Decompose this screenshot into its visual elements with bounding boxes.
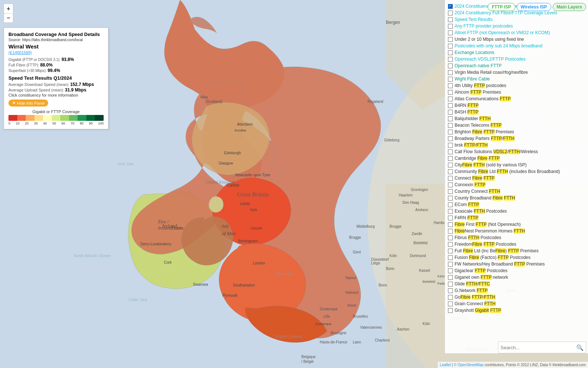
layer-checkbox[interactable] (448, 222, 453, 227)
layer-checkbox[interactable] (448, 77, 453, 82)
layer-checkbox[interactable] (448, 24, 453, 29)
layer-item[interactable]: FreedomFibre FTTP Postcodes (447, 241, 586, 248)
layer-item[interactable]: FW Networks/Hey Broadband FTTP Premises (447, 261, 586, 267)
layer-item[interactable]: Grayshott Gigabit FTTP (447, 307, 586, 314)
zoom-out-button[interactable]: − (4, 13, 13, 23)
tab-wireless[interactable]: Wireless ISP (517, 3, 551, 11)
layer-checkbox[interactable] (448, 136, 453, 141)
layer-checkbox[interactable] (448, 4, 453, 9)
layer-item[interactable]: County Broadband Fibre FTTH (447, 195, 586, 201)
layer-checkbox[interactable] (448, 169, 453, 174)
map-container[interactable]: Great Britain Isle of Man Ireland Bergen… (0, 0, 588, 368)
layer-item[interactable]: Balquhidder FTTH (447, 115, 586, 122)
layer-checkbox[interactable] (448, 235, 453, 240)
layer-checkbox[interactable] (448, 249, 453, 253)
layer-item[interactable]: Exchange Locations (447, 49, 586, 56)
layer-item[interactable]: brsk FTTP/FTTH (447, 142, 586, 148)
layer-checkbox[interactable] (448, 288, 453, 293)
layer-item[interactable]: Any FTTP provider postcodes (447, 23, 586, 29)
layer-item[interactable]: Full Fibre Ltd (inc BeFibre) FTTP Premis… (447, 248, 586, 254)
layer-item[interactable]: Fusion Fibre (Factco) FTTP Postcodes (447, 254, 586, 261)
layer-item[interactable]: F4RN FTTP (447, 214, 586, 221)
zoom-in-button[interactable]: + (4, 4, 13, 13)
layer-checkbox[interactable] (448, 11, 453, 15)
layer-checkbox[interactable] (448, 255, 453, 260)
layer-checkbox[interactable] (448, 183, 453, 187)
layer-item[interactable]: Fibrus FTTH Postcodes (447, 234, 586, 241)
layer-item[interactable]: Alncom FTTP Premises (447, 89, 586, 95)
layer-item[interactable]: Giganet own FTTP network (447, 274, 586, 281)
layer-item[interactable]: Broadway Parters FTTP/FTTH (447, 135, 586, 142)
layer-item[interactable]: Openreach native FTTP (447, 62, 586, 69)
layer-checkbox[interactable] (448, 123, 453, 128)
hide-info-panel-button[interactable]: ✕ Hide Info Panel (8, 100, 48, 107)
layer-checkbox[interactable] (448, 262, 453, 267)
layer-checkbox[interactable] (448, 275, 453, 280)
layer-checkbox[interactable] (448, 30, 453, 35)
layer-checkbox[interactable] (448, 103, 453, 108)
layer-item[interactable]: Call Flow Solutions VDSL2/FTTH/Wireless (447, 148, 586, 155)
layer-item[interactable]: B4RN FTTP (447, 102, 586, 109)
leaflet-link[interactable]: Leaflet (440, 363, 451, 367)
layer-checkbox[interactable] (448, 116, 453, 121)
layer-item[interactable]: Community Fibre Ltd FTTH (includes Box B… (447, 168, 586, 175)
search-input[interactable] (501, 345, 576, 350)
layer-checkbox[interactable] (448, 17, 453, 22)
search-bar[interactable]: 🔍 (498, 342, 586, 353)
layer-item[interactable]: Beacon Telecoms FTTP (447, 122, 586, 129)
layer-checkbox[interactable] (448, 202, 453, 207)
layer-item[interactable]: G.Network FTTP (447, 287, 586, 294)
layer-item[interactable]: ECom FTTP (447, 201, 586, 208)
layer-checkbox[interactable] (448, 196, 453, 201)
tab-main-layers[interactable]: Main Layers (553, 3, 586, 11)
layer-item[interactable]: Wight Fibre Cable (447, 76, 586, 82)
layer-checkbox[interactable] (448, 143, 453, 148)
layer-checkbox[interactable] (448, 156, 453, 161)
layer-checkbox[interactable] (448, 268, 453, 273)
layer-item[interactable]: Altnet FTTP (not Openreach or VMO2 or KC… (447, 29, 586, 36)
layer-item[interactable]: Connect Fibre FTTP (447, 175, 586, 181)
layer-checkbox[interactable] (448, 57, 453, 62)
layer-item[interactable]: Grain Connect FTTH (447, 300, 586, 307)
layer-checkbox[interactable] (448, 37, 453, 42)
layer-item[interactable]: GoFibre FTTP/FTTH (447, 294, 586, 300)
layer-item[interactable]: Glide FTTH/FTTC (447, 281, 586, 287)
layer-checkbox[interactable] (448, 295, 453, 300)
layer-item[interactable]: Under 2 or 10 Mbps using fixed line (447, 36, 586, 43)
layer-item[interactable]: Openreach VDSL2/FTTP Postcodes (447, 56, 586, 62)
layer-item[interactable]: Country Connect FTTH (447, 188, 586, 195)
layer-checkbox[interactable] (448, 242, 453, 247)
layer-item[interactable]: CityFibre FTTH (sold by various ISP) (447, 162, 586, 168)
layer-item[interactable]: 4th Utility FTTP postcodes (447, 82, 586, 89)
layer-checkbox[interactable] (448, 90, 453, 95)
layer-checkbox[interactable] (448, 44, 453, 48)
layer-checkbox[interactable] (448, 83, 453, 88)
layer-checkbox[interactable] (448, 130, 453, 134)
layer-item[interactable]: Brighton Fibre FTTP Premises (447, 129, 586, 135)
layer-checkbox[interactable] (448, 209, 453, 214)
constituency-link[interactable]: (E14001589) (8, 50, 104, 55)
layer-checkbox[interactable] (448, 163, 453, 167)
layer-checkbox[interactable] (448, 308, 453, 313)
layer-checkbox[interactable] (448, 216, 453, 220)
layer-checkbox[interactable] (448, 229, 453, 234)
layer-checkbox[interactable] (448, 189, 453, 194)
layer-item[interactable]: Fibre First FTTP (Not Openreach) (447, 221, 586, 228)
tab-fttp[interactable]: FTTP ISP (488, 3, 515, 11)
layer-item[interactable]: Cambridge Fibre FTTP (447, 155, 586, 162)
layer-item[interactable]: Postcodes with only sub 24 Mbps broadban… (447, 43, 586, 49)
layer-checkbox[interactable] (448, 176, 453, 181)
layer-item[interactable]: Virgin Media Retail coax/rfog/nexfibre (447, 69, 586, 76)
layer-checkbox[interactable] (448, 50, 453, 55)
layer-item[interactable]: Exascale FTTH Postcodes (447, 208, 586, 214)
layer-item[interactable]: Atlas Communications FTTP (447, 95, 586, 102)
layer-checkbox[interactable] (448, 149, 453, 154)
layer-item[interactable]: Speed Test Results (447, 16, 586, 23)
osm-link[interactable]: © OpenStreetMap (454, 363, 484, 367)
layer-item[interactable]: Gigaclear FTTP Postcodes (447, 267, 586, 274)
layer-checkbox[interactable] (448, 64, 453, 68)
layer-checkbox[interactable] (448, 282, 453, 286)
search-icon-button[interactable]: 🔍 (576, 344, 584, 351)
layer-checkbox[interactable] (448, 97, 453, 101)
right-panel[interactable]: 2024 Constituency Gigabit Coverage Level… (445, 0, 588, 353)
